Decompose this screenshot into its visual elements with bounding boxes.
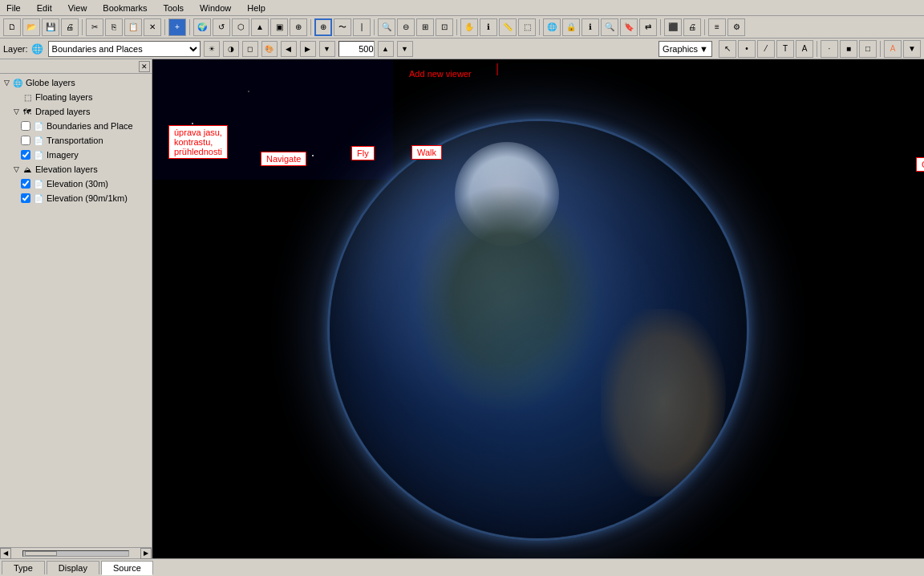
elev-up-btn[interactable]: ▲ [378, 41, 394, 57]
new-button[interactable]: 🗋 [3, 18, 21, 36]
elev30m-checkbox[interactable] [21, 179, 30, 189]
menu-window[interactable]: Window [197, 2, 234, 14]
draped-toggle[interactable]: ▽ [11, 107, 21, 116]
terrain-button[interactable]: ▲ [251, 18, 269, 36]
bookmark2-button[interactable]: 🔖 [620, 18, 638, 36]
layout-button[interactable]: ⬛ [664, 18, 682, 36]
elev90m-item[interactable]: 📄 Elevation (90m/1km) [21, 191, 150, 205]
nav-button[interactable]: ⊕ [290, 18, 307, 36]
layer-contrast-btn[interactable]: ◑ [223, 41, 239, 57]
print2-button[interactable]: 🖨 [683, 18, 701, 36]
menu-bookmarks[interactable]: Bookmarks [99, 2, 150, 14]
font-btn[interactable]: A [796, 40, 813, 58]
cut-button[interactable]: ✂ [86, 18, 103, 36]
elev30m-item[interactable]: 📄 Elevation (30m) [21, 176, 150, 191]
lock-button[interactable]: 🔒 [562, 18, 580, 36]
elev90m-label: Elevation (90m/1km) [47, 193, 128, 203]
separator4 [310, 19, 311, 35]
point-btn[interactable]: • [738, 40, 756, 58]
dot-btn[interactable]: · [821, 40, 838, 58]
elev90m-checkbox[interactable] [21, 193, 30, 203]
layer-select[interactable]: Boundaries and Places [48, 41, 201, 57]
sync-button[interactable]: ⇄ [639, 18, 657, 36]
layer-fwd-btn[interactable]: ▶ [300, 41, 316, 57]
elevation-input[interactable]: 500 [338, 41, 375, 57]
transportation-checkbox[interactable] [21, 136, 30, 145]
navigate-button[interactable]: ⊕ [314, 18, 332, 36]
globe-layers-item[interactable]: ▽ 🌐 Globe layers [2, 75, 150, 90]
elev-dn-btn[interactable]: ▼ [397, 41, 413, 57]
hand-button[interactable]: ✋ [460, 18, 478, 36]
text-btn[interactable]: T [776, 40, 794, 58]
tab-display[interactable]: Display [47, 561, 99, 574]
refresh-button[interactable]: ↺ [213, 18, 230, 36]
fill-btn[interactable]: ■ [840, 40, 857, 58]
save-button[interactable]: 💾 [42, 18, 59, 36]
menu-file[interactable]: File [3, 2, 24, 14]
menu-tools[interactable]: Tools [160, 2, 187, 14]
outline-btn[interactable]: □ [859, 40, 877, 58]
scroll-right-btn[interactable]: ▶ [140, 548, 152, 559]
imagery-icon: 📄 [32, 148, 45, 161]
select-tool-btn[interactable]: ↖ [719, 40, 736, 58]
globe2-button[interactable]: 🌐 [543, 18, 561, 36]
find-button[interactable]: 🔍 [601, 18, 618, 36]
menu-help[interactable]: Help [244, 2, 269, 14]
layer-brightness-btn[interactable]: ☀ [204, 41, 220, 57]
info2-button[interactable]: ℹ [582, 18, 599, 36]
zoomout-button[interactable]: ⊖ [397, 18, 415, 36]
elevation-toggle[interactable]: ▽ [11, 164, 21, 174]
open-button[interactable]: 📂 [22, 18, 40, 36]
imagery-item[interactable]: 📄 Imagery [21, 148, 150, 162]
print-button[interactable]: 🖨 [61, 18, 79, 36]
tools-button[interactable]: ⚙ [727, 18, 745, 36]
layer-down-btn[interactable]: ▼ [319, 41, 335, 57]
draped-label: Draped layers [35, 107, 90, 116]
layer-color-btn[interactable]: 🎨 [261, 41, 278, 57]
line-btn[interactable]: ∕ [757, 40, 775, 58]
color-outline-btn[interactable]: ▼ [903, 40, 921, 58]
walk-annotation: Walk [411, 145, 442, 160]
boundaries-checkbox[interactable] [21, 121, 30, 131]
fullextent-button[interactable]: ⊡ [436, 18, 453, 36]
menu-view[interactable]: View [65, 2, 91, 14]
globe-layers-toggle[interactable]: ▽ [2, 78, 11, 87]
delete-button[interactable]: ✕ [144, 18, 161, 36]
menu-edit[interactable]: Edit [34, 2, 55, 14]
scroll-thumb[interactable] [25, 551, 57, 556]
fly-button[interactable]: 〜 [334, 18, 351, 36]
identify-button[interactable]: ℹ [480, 18, 497, 36]
draped-layers-item[interactable]: ▽ 🗺 Draped layers [11, 104, 150, 119]
tab-source[interactable]: Source [101, 561, 153, 575]
frame-button[interactable]: ▣ [270, 18, 288, 36]
paste-button[interactable]: 📋 [124, 18, 142, 36]
floating-toggle[interactable] [11, 92, 21, 102]
tab-type[interactable]: Type [2, 561, 45, 574]
color-fill-btn[interactable]: A [884, 40, 902, 58]
walk-button[interactable]: | [353, 18, 371, 36]
elevation-layers-item[interactable]: ▽ ⛰ Elevation layers [11, 162, 150, 176]
sep-graphics2 [880, 41, 881, 57]
floating-layers-item[interactable]: ⬚ Floating layers [11, 90, 150, 104]
imagery-checkbox[interactable] [21, 150, 30, 160]
copy-button[interactable]: ⎘ [105, 18, 123, 36]
globe-button[interactable]: 🌍 [193, 18, 211, 36]
boundaries-item[interactable]: 📄 Boundaries and Place [21, 119, 150, 133]
transportation-item[interactable]: 📄 Transportation [21, 133, 150, 148]
scroll-left-btn[interactable]: ◀ [0, 548, 11, 559]
layer-back-btn[interactable]: ◀ [281, 41, 297, 57]
3dobj-button[interactable]: ⬡ [232, 18, 249, 36]
viewport[interactable]: Add new viewer Navigate Fly Walk úprava … [152, 59, 924, 558]
zoomin-button[interactable]: 🔍 [378, 18, 395, 36]
layers-button[interactable]: ≡ [708, 18, 726, 36]
elevation-icon: ⛰ [21, 163, 34, 176]
graphics-dropdown[interactable]: Graphics ▼ [659, 41, 712, 57]
extent-button[interactable]: ⊞ [416, 18, 434, 36]
add-viewer-button[interactable]: + [168, 18, 186, 36]
navigate-annotation: Navigate [261, 152, 306, 166]
layer-transparency-btn[interactable]: ◻ [242, 41, 258, 57]
panel-close-btn[interactable]: ✕ [139, 61, 150, 72]
measure-button[interactable]: 📏 [499, 18, 517, 36]
select-button[interactable]: ⬚ [518, 18, 536, 36]
left-panel: ✕ ▽ 🌐 Globe layers ⬚ Floating layers ▽ 🗺… [0, 59, 152, 558]
